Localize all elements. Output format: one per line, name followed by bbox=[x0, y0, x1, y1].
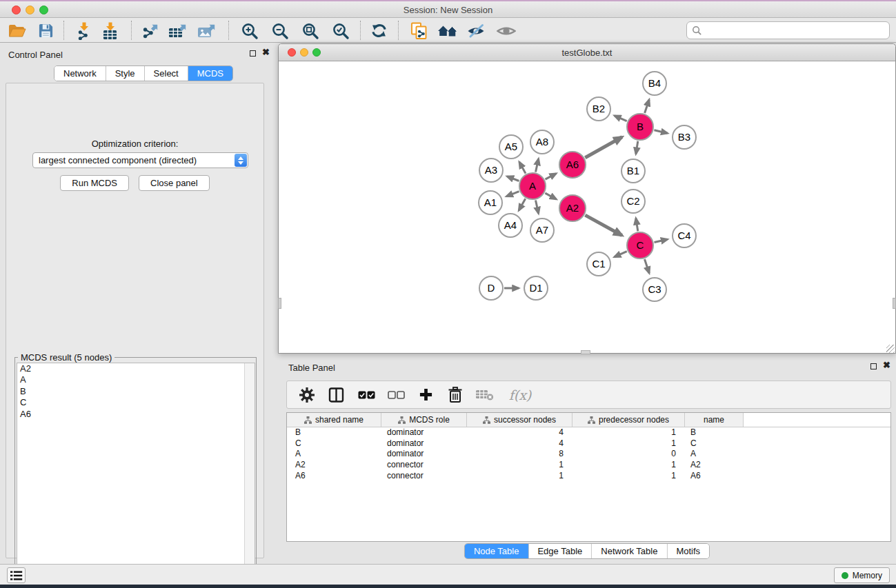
zoom-fit-button[interactable] bbox=[301, 21, 320, 40]
splitter-handle-bottom[interactable] bbox=[581, 350, 590, 354]
table-row[interactable]: Adominator80A bbox=[287, 449, 890, 460]
zoom-fit-icon bbox=[301, 22, 319, 40]
splitter-handle-right[interactable] bbox=[893, 298, 896, 309]
graph-edge-C-C2[interactable] bbox=[636, 219, 638, 232]
graph-node-label: A8 bbox=[536, 136, 548, 148]
table-row[interactable]: Cdominator41C bbox=[287, 438, 890, 449]
graph-edge-C-C4[interactable] bbox=[655, 239, 668, 242]
tab-edge-table[interactable]: Edge Table bbox=[528, 544, 592, 558]
window-resize-grip[interactable] bbox=[886, 345, 895, 353]
graph-node-label: A1 bbox=[484, 196, 497, 208]
graph-edge-A2-C[interactable] bbox=[585, 215, 621, 235]
search-input[interactable] bbox=[705, 26, 877, 36]
main-titlebar: Session: New Session bbox=[0, 1, 896, 18]
tab-network-table[interactable]: Network Table bbox=[592, 544, 667, 558]
column-header-name[interactable]: name bbox=[685, 413, 744, 427]
create-column-button[interactable] bbox=[417, 385, 435, 405]
table-float-icon[interactable] bbox=[870, 363, 877, 369]
splitter-handle-left[interactable] bbox=[278, 298, 281, 309]
tab-network[interactable]: Network bbox=[54, 66, 106, 81]
show-panels-list-button[interactable] bbox=[7, 567, 26, 583]
graph-edge-C-C1[interactable] bbox=[615, 252, 627, 257]
delete-column-button[interactable] bbox=[446, 385, 464, 405]
tab-style[interactable]: Style bbox=[106, 66, 145, 81]
run-mcds-button[interactable]: Run MCDS bbox=[60, 175, 129, 191]
plus-icon bbox=[419, 387, 433, 402]
table-cell: 0 bbox=[573, 449, 685, 460]
network-graph: B4B2BB3A8A5A6A3B1AC2A1A2A4A7C4CC1C3DD1 bbox=[279, 61, 895, 353]
graph-node-label: B1 bbox=[627, 165, 639, 176]
graph-node-label: A5 bbox=[505, 141, 517, 152]
graph-edge-B-B3[interactable] bbox=[654, 130, 667, 134]
tab-mcds[interactable]: MCDS bbox=[188, 66, 232, 81]
import-table-button[interactable] bbox=[101, 21, 120, 40]
birds-eye-view-button[interactable] bbox=[497, 21, 516, 40]
network-canvas[interactable]: B4B2BB3A8A5A6A3B1AC2A1A2A4A7C4CC1C3DD1 bbox=[279, 61, 895, 353]
open-folder-icon bbox=[8, 23, 26, 39]
float-panel-icon[interactable] bbox=[250, 50, 256, 57]
graph-edge-B-B4[interactable] bbox=[645, 100, 650, 113]
graph-edge-A-A8[interactable] bbox=[536, 159, 539, 172]
table-close-icon[interactable]: ✖ bbox=[883, 361, 890, 369]
table-cell: 1 bbox=[573, 460, 685, 471]
export-image-button[interactable] bbox=[198, 21, 217, 40]
graph-edge-B-B2[interactable] bbox=[615, 116, 627, 121]
table-cell: A bbox=[685, 449, 744, 460]
column-header-mcds-role[interactable]: MCDS role bbox=[381, 413, 467, 427]
graph-edge-A-A7[interactable] bbox=[536, 201, 539, 214]
table-toolbar: f(x) bbox=[286, 381, 891, 409]
graph-node-label: A3 bbox=[485, 164, 497, 176]
mcds-result-item[interactable]: A6 bbox=[17, 409, 255, 420]
table-panel: Table Panel ✖ bbox=[278, 358, 896, 562]
import-network-button[interactable] bbox=[74, 21, 94, 40]
column-header-shared-name[interactable]: shared name bbox=[287, 413, 381, 427]
graph-edge-A-A4[interactable] bbox=[519, 199, 526, 210]
tab-select[interactable]: Select bbox=[145, 66, 188, 81]
table-settings-button[interactable] bbox=[298, 385, 316, 405]
column-header-predecessor-nodes[interactable]: predecessor nodes bbox=[573, 413, 685, 427]
toolbar-separator bbox=[63, 21, 64, 40]
close-panel-icon[interactable]: ✖ bbox=[262, 48, 270, 57]
refresh-view-button[interactable] bbox=[369, 21, 388, 40]
mcds-result-item[interactable]: B bbox=[17, 386, 255, 397]
optimization-criterion-select[interactable]: largest connected component (directed) bbox=[32, 152, 248, 168]
graph-edge-A-A1[interactable] bbox=[506, 192, 519, 196]
graph-edge-A-A6[interactable] bbox=[546, 174, 557, 179]
open-session-button[interactable] bbox=[8, 21, 27, 40]
graph-edge-B-B1[interactable] bbox=[636, 141, 638, 154]
hide-graphics-details-button[interactable] bbox=[466, 21, 486, 40]
table-row[interactable]: Bdominator41B bbox=[287, 427, 890, 438]
zoom-out-button[interactable] bbox=[270, 21, 290, 40]
tab-node-table[interactable]: Node Table bbox=[465, 544, 529, 558]
table-row[interactable]: A6connector11A6 bbox=[287, 471, 890, 482]
mcds-result-item[interactable]: A bbox=[17, 374, 255, 385]
column-header-successor-nodes[interactable]: successor nodes bbox=[467, 413, 573, 427]
export-table-button[interactable] bbox=[169, 21, 188, 40]
tab-motifs[interactable]: Motifs bbox=[667, 544, 709, 558]
duplicate-network-button[interactable] bbox=[410, 21, 429, 40]
toggle-columns-button[interactable] bbox=[328, 385, 346, 405]
mcds-list-scrollbar[interactable] bbox=[244, 363, 255, 587]
save-session-button[interactable] bbox=[36, 21, 55, 40]
table-cell: 1 bbox=[467, 460, 573, 471]
zoom-in-button[interactable] bbox=[240, 21, 259, 40]
graph-edge-A-A5[interactable] bbox=[519, 162, 526, 174]
close-panel-button[interactable]: Close panel bbox=[139, 175, 210, 191]
zoom-selected-button[interactable] bbox=[331, 21, 350, 40]
memory-button[interactable]: Memory bbox=[834, 567, 890, 583]
show-neighbors-button[interactable] bbox=[436, 21, 459, 40]
deselect-all-button[interactable] bbox=[387, 385, 405, 405]
mcds-result-item[interactable]: C bbox=[17, 397, 255, 408]
export-network-button[interactable] bbox=[141, 21, 161, 40]
toolbar-separator bbox=[398, 21, 399, 40]
table-cell: 1 bbox=[467, 471, 573, 482]
graph-edge-A-A3[interactable] bbox=[507, 176, 519, 181]
mcds-result-item[interactable]: A2 bbox=[17, 363, 255, 374]
graph-edge-A6-B[interactable] bbox=[585, 137, 622, 158]
status-bar: Memory bbox=[0, 564, 896, 585]
graph-edge-C-C3[interactable] bbox=[645, 259, 650, 273]
graph-edge-A-A2[interactable] bbox=[545, 193, 556, 199]
table-row[interactable]: A2connector11A2 bbox=[287, 460, 890, 471]
trash-icon bbox=[448, 387, 463, 403]
select-all-button[interactable] bbox=[357, 385, 375, 405]
